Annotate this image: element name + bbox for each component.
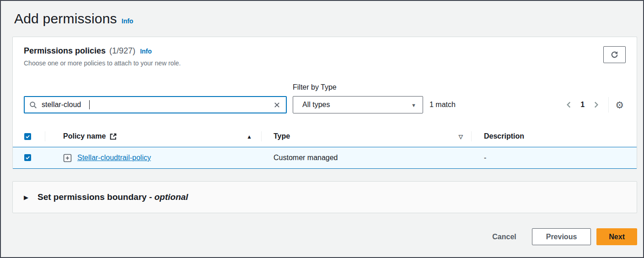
type-header-label: Type (274, 132, 290, 140)
policy-name-link[interactable]: Stellar-cloudtrail-policy (77, 154, 151, 162)
match-count: 1 match (429, 96, 456, 113)
panel-subtitle: Choose one or more policies to attach to… (24, 59, 181, 67)
page-header: Add permissions Info (14, 11, 637, 27)
column-header-description: Description (471, 126, 637, 147)
next-page-button[interactable] (589, 100, 603, 110)
refresh-button[interactable] (603, 46, 626, 63)
boundary-section-title: Set permissions boundary - optional (38, 192, 188, 202)
filter-type-label: Filter by Type (293, 83, 423, 91)
previous-button[interactable]: Previous (532, 228, 591, 245)
table-header-row: Policy name Type (13, 126, 637, 147)
cancel-button[interactable]: Cancel (492, 233, 516, 241)
text-cursor (89, 100, 90, 109)
panel-count: (1/927) (109, 46, 135, 56)
filter-row: Filter by Type All types 1 match (24, 83, 626, 113)
filter-type-group: Filter by Type All types (293, 83, 423, 113)
previous-page-button[interactable] (562, 100, 576, 110)
chevron-down-icon (411, 101, 416, 109)
refresh-icon (611, 51, 618, 59)
chevron-right-icon (592, 101, 600, 109)
page-info-link[interactable]: Info (122, 17, 134, 25)
external-link-icon (109, 133, 117, 140)
policy-type-cell: Customer managed (261, 154, 471, 162)
policies-table: Policy name Type (13, 126, 637, 169)
panel-info-link[interactable]: Info (140, 48, 152, 55)
column-header-policy-name[interactable]: Policy name (45, 126, 261, 147)
page-title: Add permissions (14, 11, 117, 27)
row-checkbox[interactable] (24, 154, 31, 161)
pagination: 1 (562, 96, 626, 113)
search-icon (29, 101, 37, 109)
panel-title: Permissions policies (24, 46, 106, 56)
table-row: Stellar-cloudtrail-policy Customer manag… (13, 147, 637, 169)
preferences-gear-icon[interactable] (613, 99, 626, 111)
search-input[interactable] (42, 101, 273, 109)
panel-header-text: Permissions policies (1/927) Info Choose… (24, 46, 181, 67)
description-header-label: Description (484, 132, 524, 140)
search-box (24, 96, 287, 113)
filter-type-select[interactable]: All types (293, 96, 423, 113)
expand-plus-icon (63, 154, 72, 162)
policy-description-cell: - (471, 154, 637, 162)
divider (608, 97, 609, 113)
close-icon (274, 102, 280, 108)
next-button[interactable]: Next (596, 228, 637, 245)
expand-row-button[interactable] (63, 154, 72, 162)
select-all-checkbox[interactable] (24, 133, 31, 140)
column-header-type[interactable]: Type (261, 126, 471, 147)
permissions-boundary-section[interactable]: Set permissions boundary - optional (12, 181, 637, 213)
filter-type-selected-value: All types (302, 101, 330, 109)
page-number-button[interactable]: 1 (580, 101, 585, 109)
permissions-policies-panel: Permissions policies (1/927) Info Choose… (12, 37, 637, 169)
optional-label: optional (155, 192, 188, 202)
policy-name-header-label: Policy name (63, 132, 106, 140)
clear-search-button[interactable] (273, 101, 281, 109)
chevron-left-icon (565, 101, 573, 109)
sort-inactive-icon (459, 132, 463, 140)
add-permissions-page: Add permissions Info Permissions policie… (0, 0, 644, 258)
footer-actions: Cancel Previous Next (12, 228, 637, 245)
expand-caret-icon (24, 193, 28, 201)
sort-ascending-icon (247, 132, 252, 140)
